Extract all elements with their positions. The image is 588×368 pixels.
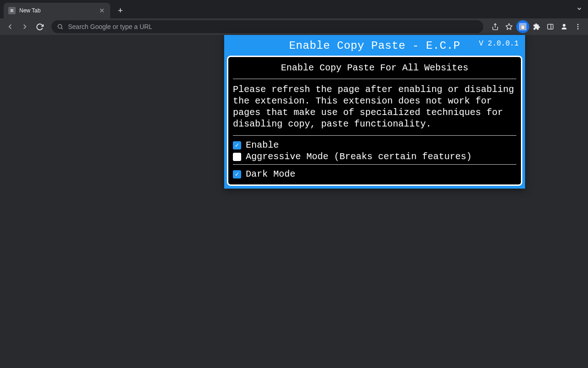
svg-point-6 [563,24,565,27]
svg-rect-4 [548,24,553,29]
popup-subtitle: Enable Copy Paste For All Websites [233,61,516,77]
search-icon [57,23,63,30]
profile-icon[interactable] [558,20,571,33]
popup-description: Please refresh the page after enabling o… [233,83,516,133]
new-tab-button[interactable]: + [114,4,127,17]
omnibox-placeholder: Search Google or type a URL [68,23,478,30]
bookmark-icon[interactable] [503,20,515,33]
option-enable: ✓ Enable [233,139,516,151]
toolbar: Search Google or type a URL 📋 [0,18,588,35]
extension-popup: Enable Copy Paste - E.C.P V 2.0.0.1 Enab… [224,35,525,189]
back-button[interactable] [4,20,17,33]
divider [233,135,516,136]
side-panel-icon[interactable] [544,20,557,33]
svg-point-7 [577,24,579,25]
option-aggressive: ✓ Aggressive Mode (Breaks certain featur… [233,151,516,162]
page-content: Enable Copy Paste - E.C.P V 2.0.0.1 Enab… [0,35,588,368]
popup-title: Enable Copy Paste - E.C.P [289,40,460,52]
enable-checkbox[interactable]: ✓ [233,141,241,150]
close-icon[interactable]: ✕ [98,7,106,14]
forward-button[interactable] [18,20,31,33]
extension-ecp-icon[interactable]: 📋 [516,20,529,33]
svg-marker-3 [506,23,512,29]
svg-point-9 [577,28,579,29]
tab-title: New Tab [19,7,95,14]
divider [233,164,516,165]
extensions-icon[interactable] [530,20,543,33]
reload-button[interactable] [33,20,46,33]
option-dark-mode: ✓ Dark Mode [233,168,516,180]
chevron-down-icon[interactable] [576,6,582,13]
address-bar[interactable]: Search Google or type a URL [51,20,483,33]
popup-version: V 2.0.0.1 [479,40,519,48]
option-label: Enable [246,140,279,150]
divider [233,79,516,79]
option-label: Dark Mode [246,169,295,179]
aggressive-checkbox[interactable]: ✓ [233,153,241,161]
svg-line-1 [62,28,63,29]
svg-point-8 [577,26,579,28]
option-label: Aggressive Mode (Breaks certain features… [246,151,472,162]
tab-favicon: B [8,7,16,14]
svg-point-0 [58,24,62,28]
tab-bar: B New Tab ✕ + [0,0,588,18]
menu-icon[interactable] [571,20,584,33]
dark-mode-checkbox[interactable]: ✓ [233,170,241,178]
browser-tab[interactable]: B New Tab ✕ [4,3,110,18]
share-icon[interactable] [489,20,502,33]
